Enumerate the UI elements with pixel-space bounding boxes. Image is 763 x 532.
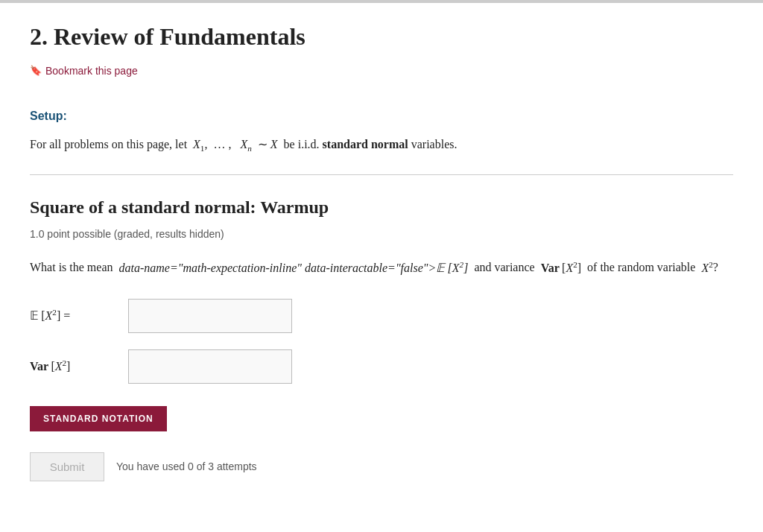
submit-row: Submit You have used 0 of 3 attempts	[30, 452, 733, 481]
problem-title: Square of a standard normal: Warmup	[30, 193, 733, 221]
setup-text: For all problems on this page, let X1, ……	[30, 134, 733, 156]
math-var-inline: Var [X2]	[541, 262, 581, 274]
problem-question: What is the mean data-name="math-expecta…	[30, 257, 733, 278]
var-label: Var [X2]	[30, 357, 119, 376]
problem-meta: 1.0 point possible (graded, results hidd…	[30, 226, 733, 242]
setup-label: Setup:	[30, 107, 733, 126]
mean-input-row: 𝔼 [X2] =	[30, 299, 733, 333]
math-expression-setup: X1, … , Xn ∼ X	[190, 138, 281, 151]
page-container: 2. Review of Fundamentals 🔖 Bookmark thi…	[0, 3, 763, 511]
attempts-text: You have used 0 of 3 attempts	[116, 458, 257, 475]
bookmark-label: Bookmark this page	[45, 63, 138, 79]
page-title: 2. Review of Fundamentals	[30, 18, 733, 56]
problem-section: Square of a standard normal: Warmup 1.0 …	[30, 193, 733, 481]
submit-button[interactable]: Submit	[30, 452, 104, 481]
var-input-row: Var [X2]	[30, 349, 733, 384]
math-x2-inline: X2	[701, 262, 712, 274]
mean-input[interactable]	[128, 299, 292, 333]
section-divider	[30, 174, 733, 175]
mean-label: 𝔼 [X2] =	[30, 306, 119, 326]
bookmark-icon: 🔖	[30, 63, 42, 79]
bookmark-link[interactable]: 🔖 Bookmark this page	[30, 63, 138, 79]
var-input[interactable]	[128, 349, 292, 384]
standard-notation-button[interactable]: STANDARD NOTATION	[30, 406, 167, 431]
